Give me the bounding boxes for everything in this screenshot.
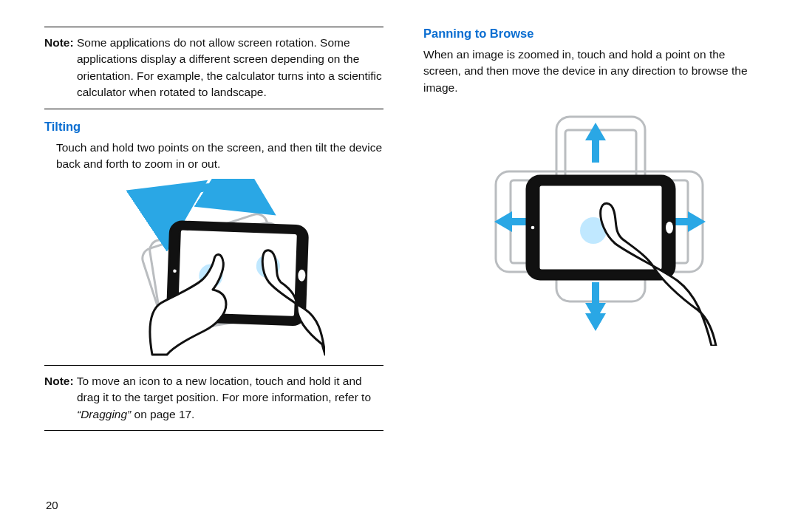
- note-text: Some applications do not allow screen ro…: [77, 36, 382, 98]
- note-rotation: Note: Some applications do not allow scr…: [44, 27, 383, 109]
- note-text-a: To move an icon to a new location, touch…: [77, 375, 371, 403]
- figure-panning: [468, 109, 719, 346]
- note-xref: “Dragging”: [77, 408, 131, 420]
- rule-bottom-1: [44, 109, 383, 109]
- heading-tilting: Tilting: [44, 120, 383, 134]
- note-label: Note:: [44, 36, 74, 49]
- svg-point-15: [666, 222, 673, 233]
- body-panning: When an image is zoomed in, touch and ho…: [423, 47, 763, 96]
- note-label-2: Note:: [44, 375, 74, 387]
- note-dragging: Note: To move an icon to a new location,…: [44, 366, 383, 430]
- body-tilting: Touch and hold two points on the screen,…: [44, 140, 383, 173]
- rule-bottom-2: [44, 430, 383, 431]
- note-text-b: on page 17.: [131, 408, 194, 420]
- svg-point-14: [531, 226, 534, 230]
- figure-tilting: [103, 179, 325, 356]
- right-column: Panning to Browse When an image is zoome…: [423, 27, 763, 511]
- page-number: 20: [46, 499, 58, 511]
- heading-panning: Panning to Browse: [423, 27, 763, 41]
- left-column: Note: Some applications do not allow scr…: [44, 27, 383, 511]
